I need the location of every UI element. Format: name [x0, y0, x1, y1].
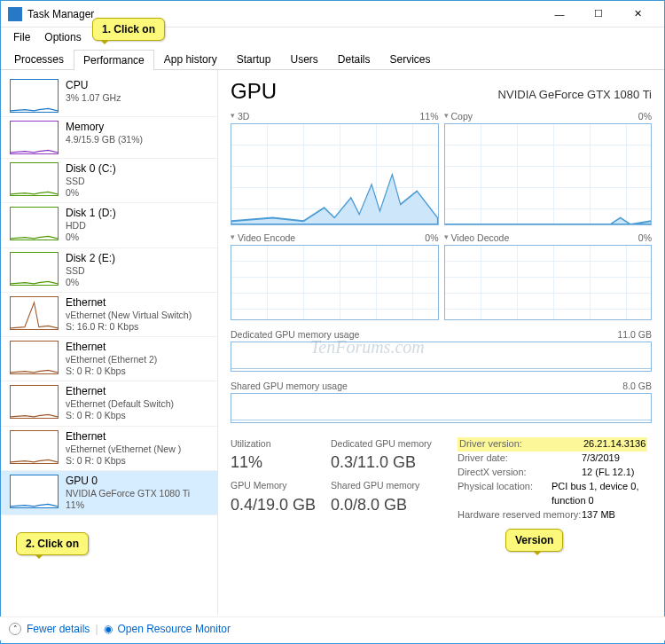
stat-value: 0.0/8.0 GB: [331, 493, 450, 516]
tab-startup[interactable]: Startup: [227, 49, 281, 69]
sidebar-item-detail: vEthernet (New Virtual Switch): [66, 310, 192, 321]
sidebar-item-detail: 0%: [66, 232, 116, 243]
graph-3d[interactable]: ▾3D11%: [231, 111, 439, 225]
sidebar-item-name: Disk 1 (D:): [66, 207, 116, 220]
sidebar-item-detail: SSD: [66, 265, 115, 277]
sidebar-info: Ethernet vEthernet (Ethernet 2) S: 0 R: …: [66, 341, 157, 377]
driver-version-label: Driver version:: [458, 437, 582, 452]
sidebar-item-detail: S: 0 R: 0 Kbps: [66, 410, 174, 421]
content-area: CPU 3% 1.07 GHz Memory 4.9/15.9 GB (31%)…: [1, 70, 664, 615]
close-button[interactable]: ✕: [618, 1, 657, 27]
minimize-button[interactable]: —: [540, 1, 579, 27]
main-panel: GPU NVIDIA GeForce GTX 1080 Ti ▾3D11% ▾C…: [218, 70, 664, 615]
chart-area: [231, 245, 439, 320]
sidebar-item-eth-6[interactable]: Ethernet vEthernet (Ethernet 2) S: 0 R: …: [1, 337, 217, 381]
sidebar-item-name: Ethernet: [66, 296, 192, 310]
app-icon: [8, 7, 22, 21]
sidebar-item-detail: vEthernet (Ethernet 2): [66, 354, 157, 365]
sidebar-item-cpu-0[interactable]: CPU 3% 1.07 GHz: [1, 75, 217, 117]
bar-label: Dedicated GPU memory usage: [231, 329, 359, 340]
chart-area: [231, 123, 439, 225]
window-title: Task Manager: [27, 8, 94, 20]
graph-row-1: ▾3D11% ▾Copy0%: [231, 111, 652, 225]
bar-area: [231, 342, 652, 372]
menu-file[interactable]: File: [6, 29, 37, 45]
tab-processes[interactable]: Processes: [4, 49, 74, 69]
sidebar-item-eth-5[interactable]: Ethernet vEthernet (New Virtual Switch) …: [1, 293, 217, 337]
sidebar-item-detail: HDD: [66, 220, 116, 232]
sidebar-item-name: Ethernet: [66, 341, 157, 354]
annotation-1: 1. Click on: [92, 18, 165, 41]
annotation-2: 2. Click on: [16, 532, 89, 555]
sidebar-item-detail: 4.9/15.9 GB (31%): [66, 134, 143, 145]
stats-col-1: Utilization 11% GPU Memory 0.4/19.0 GB: [231, 437, 324, 522]
sidebar-info: Disk 1 (D:) HDD 0%: [66, 207, 116, 243]
sidebar-item-disk-4[interactable]: Disk 2 (E:) SSD 0%: [1, 248, 217, 293]
dedicated-memory-bar: Dedicated GPU memory usage11.0 GB: [231, 329, 652, 372]
sidebar-item-disk-3[interactable]: Disk 1 (D:) HDD 0%: [1, 203, 217, 247]
sidebar-item-detail: S: 0 R: 0 Kbps: [66, 365, 157, 377]
sidebar-item-detail: S: 0 R: 0 Kbps: [66, 455, 181, 467]
tab-app-history[interactable]: App history: [154, 49, 227, 69]
chevron-up-icon[interactable]: ˄: [9, 623, 21, 635]
stat-value: 11%: [231, 451, 324, 474]
sidebar-item-mem-1[interactable]: Memory 4.9/15.9 GB (31%): [1, 117, 217, 159]
sidebar-item-eth-8[interactable]: Ethernet vEthernet (vEthernet (New ) S: …: [1, 427, 217, 471]
stats-grid: Utilization 11% GPU Memory 0.4/19.0 GB D…: [231, 437, 652, 522]
graph-label: Video Decode: [451, 232, 510, 243]
open-resource-monitor-link[interactable]: Open Resource Monitor: [118, 623, 231, 635]
graph-row-2: ▾Video Encode0% ▾Video Decode0%: [231, 232, 652, 320]
tab-users[interactable]: Users: [280, 49, 327, 69]
thumbnail-icon: [10, 207, 59, 240]
bottom-bar: ˄ Fewer details | ◉ Open Resource Monito…: [0, 617, 665, 640]
sidebar-item-name: Memory: [66, 121, 143, 134]
thumbnail-icon: [10, 341, 59, 374]
tab-services[interactable]: Services: [380, 49, 441, 69]
maximize-button[interactable]: ☐: [579, 1, 618, 27]
sidebar-item-gpu-9[interactable]: GPU 0 NVIDIA GeForce GTX 1080 Ti 11%: [1, 471, 217, 515]
menu-options[interactable]: Options: [37, 29, 88, 45]
sidebar-item-disk-2[interactable]: Disk 0 (C:) SSD 0%: [1, 159, 217, 203]
graph-copy[interactable]: ▾Copy0%: [444, 111, 653, 225]
annotation-3: Version: [505, 529, 563, 552]
graph-video-decode[interactable]: ▾Video Decode0%: [444, 232, 653, 320]
graph-pct: 0%: [638, 111, 652, 122]
graph-video-encode[interactable]: ▾Video Encode0%: [231, 232, 439, 320]
stat-label: Shared GPU memory: [331, 479, 450, 492]
chart-area: [444, 123, 653, 225]
sidebar-info: Disk 0 (C:) SSD 0%: [66, 162, 116, 199]
bar-max: 11.0 GB: [617, 329, 652, 340]
tab-details[interactable]: Details: [328, 49, 380, 69]
sidebar-info: Ethernet vEthernet (vEthernet (New ) S: …: [66, 430, 181, 467]
page-title: GPU: [231, 79, 277, 104]
sidebar-item-detail: 0%: [66, 187, 116, 199]
bar-area: [231, 393, 652, 423]
chevron-down-icon[interactable]: ▾: [444, 232, 449, 243]
chevron-down-icon[interactable]: ▾: [231, 232, 235, 243]
thumbnail-icon: [10, 385, 59, 419]
sidebar-item-detail: 11%: [66, 499, 190, 511]
sidebar-info: GPU 0 NVIDIA GeForce GTX 1080 Ti 11%: [66, 475, 190, 511]
sidebar-item-eth-7[interactable]: Ethernet vEthernet (Default Switch) S: 0…: [1, 381, 217, 426]
sidebar-item-name: Disk 0 (C:): [66, 162, 116, 176]
stat-val: 12 (FL 12.1): [582, 466, 635, 480]
chevron-down-icon[interactable]: ▾: [231, 111, 235, 122]
tab-performance[interactable]: Performance: [74, 50, 154, 70]
thumbnail-icon: [10, 252, 59, 286]
fewer-details-link[interactable]: Fewer details: [27, 623, 90, 635]
chevron-down-icon[interactable]: ▾: [444, 111, 449, 122]
stat-value: 0.3/11.0 GB: [331, 451, 450, 474]
sidebar-item-detail: SSD: [66, 176, 116, 187]
gpu-name: NVIDIA GeForce GTX 1080 Ti: [498, 88, 652, 101]
sidebar-item-detail: NVIDIA GeForce GTX 1080 Ti: [66, 488, 190, 499]
stat-label: Dedicated GPU memory: [331, 437, 450, 451]
graph-pct: 11%: [419, 111, 438, 122]
sidebar-item-name: CPU: [66, 79, 121, 92]
stat-val: 137 MB: [582, 508, 615, 522]
tab-strip: Processes Performance App history Startu…: [1, 49, 664, 70]
thumbnail-icon: [10, 162, 59, 196]
graph-pct: 0%: [425, 232, 438, 243]
graph-label: 3D: [238, 111, 249, 122]
driver-version-value: 26.21.14.3136: [582, 437, 647, 452]
graph-label: Copy: [451, 111, 473, 122]
